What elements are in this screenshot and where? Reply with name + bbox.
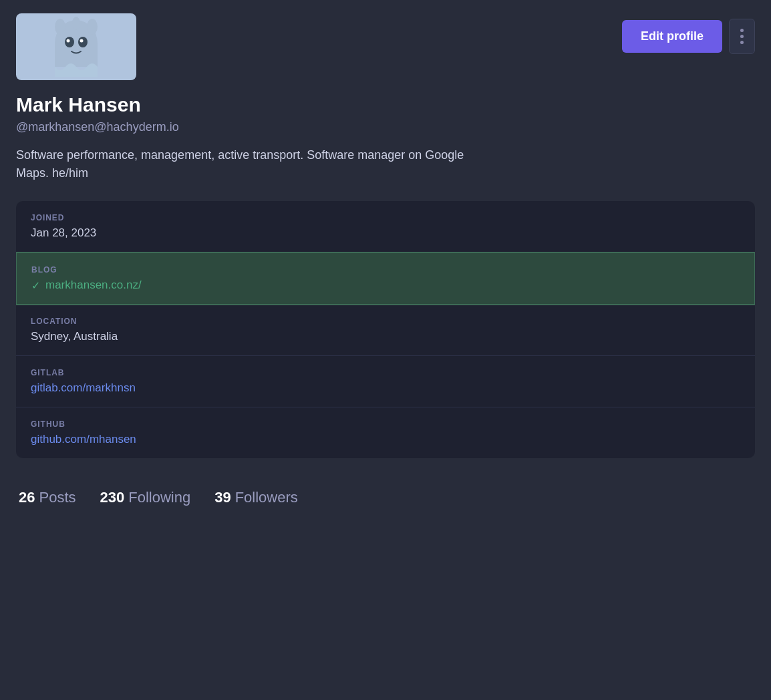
svg-point-4 (67, 39, 70, 43)
header-row: Edit profile (16, 13, 755, 80)
info-row-blog: BLOG ✓ markhansen.co.nz/ (16, 252, 755, 305)
header-actions: Edit profile (622, 13, 755, 54)
profile-bio: Software performance, management, active… (16, 146, 470, 182)
blog-link-text: markhansen.co.nz/ (45, 279, 142, 292)
following-label: Following (128, 489, 190, 506)
svg-point-3 (78, 37, 88, 47)
avatar-ghost-icon (43, 17, 110, 77)
blog-value[interactable]: ✓ markhansen.co.nz/ (31, 279, 740, 292)
gitlab-link[interactable]: gitlab.com/markhnsn (31, 381, 740, 395)
followers-label: Followers (235, 489, 298, 506)
joined-label: JOINED (31, 213, 740, 222)
posts-count: 26 (19, 489, 35, 506)
posts-stat[interactable]: 26 Posts (19, 489, 76, 506)
verified-check-icon: ✓ (31, 279, 40, 292)
svg-point-8 (72, 17, 80, 30)
avatar (16, 13, 136, 80)
profile-handle: @markhansen@hachyderm.io (16, 120, 755, 134)
location-label: LOCATION (31, 317, 740, 326)
stats-row: 26 Posts 230 Following 39 Followers (16, 478, 755, 512)
followers-count: 39 (214, 489, 230, 506)
svg-point-6 (55, 19, 65, 35)
following-count: 230 (100, 489, 125, 506)
info-row-location: LOCATION Sydney, Australia (16, 305, 755, 356)
svg-rect-1 (55, 43, 98, 67)
svg-point-7 (87, 19, 98, 35)
following-stat[interactable]: 230 Following (100, 489, 191, 506)
location-value: Sydney, Australia (31, 330, 740, 343)
info-row-gitlab: GITLAB gitlab.com/markhnsn (16, 356, 755, 407)
github-link[interactable]: github.com/mhansen (31, 433, 740, 446)
more-options-button[interactable] (729, 19, 755, 54)
info-card: JOINED Jan 28, 2023 BLOG ✓ markhansen.co… (16, 201, 755, 458)
github-label: GITHUB (31, 419, 740, 429)
three-dots-icon (740, 29, 744, 44)
profile-name: Mark Hansen (16, 94, 755, 116)
posts-label: Posts (39, 489, 75, 506)
blog-label: BLOG (31, 265, 740, 275)
svg-point-2 (65, 37, 74, 47)
svg-point-5 (80, 39, 84, 43)
followers-stat[interactable]: 39 Followers (214, 489, 298, 506)
gitlab-label: GITLAB (31, 368, 740, 377)
info-row-github: GITHUB github.com/mhansen (16, 407, 755, 458)
info-row-joined: JOINED Jan 28, 2023 (16, 201, 755, 252)
profile-container: Edit profile Mark Hansen @markhansen@hac… (0, 0, 771, 532)
edit-profile-button[interactable]: Edit profile (622, 20, 722, 53)
joined-value: Jan 28, 2023 (31, 226, 740, 240)
